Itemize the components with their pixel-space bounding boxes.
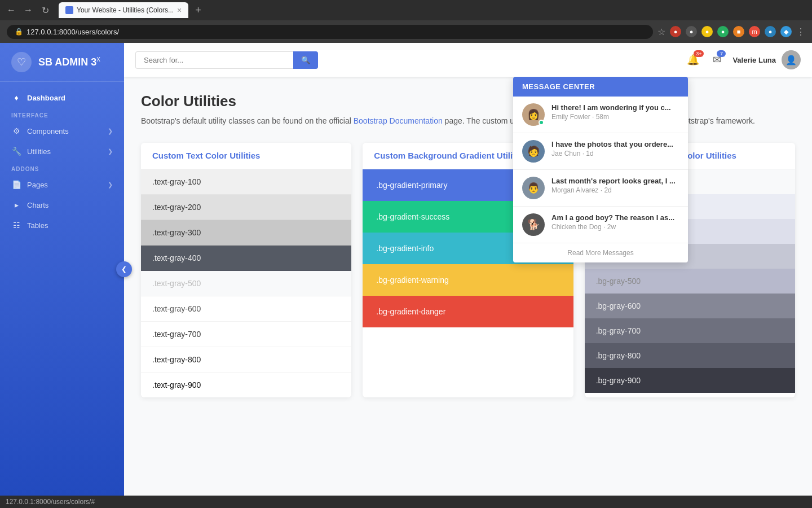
message-content: I have the photos that you ordere...Jae … <box>551 140 679 157</box>
forward-button[interactable]: → <box>21 5 35 15</box>
browser-tab-active[interactable]: Your Website - Utilities (Colors... × <box>59 2 188 18</box>
message-item[interactable]: 👩Hi there! I am wondering if you c...Emi… <box>513 97 688 133</box>
text-swatch-item: .text-gray-100 <box>141 169 351 195</box>
search-form: 🔍 <box>135 51 327 69</box>
read-more-messages-button[interactable]: Read More Messages <box>513 243 688 262</box>
interface-section-label: INTERFACE <box>0 108 124 121</box>
back-button[interactable]: ← <box>5 5 18 15</box>
topnav-right: 🔔 3+ ✉ 7 Valerie Luna 👤 <box>685 50 801 69</box>
lock-icon: 🔒 <box>15 28 23 36</box>
online-indicator <box>539 120 544 125</box>
card-text-colors-header: Custom Text Color Utilities <box>141 143 351 169</box>
message-avatar: 🧑 <box>522 140 545 163</box>
tables-icon: ☷ <box>11 221 21 230</box>
ext-icon-3[interactable]: ● <box>701 26 713 37</box>
dashboard-icon: ♦ <box>11 93 21 102</box>
messages-button[interactable]: ✉ 7 <box>710 51 723 68</box>
status-bar-text: 127.0.0.1:8000/users/colors/# <box>6 498 95 506</box>
ext-icon-7[interactable]: ● <box>765 26 776 37</box>
card-text-colors: Custom Text Color Utilities .text-gray-1… <box>141 143 351 397</box>
message-center-header: MESSAGE CENTER <box>513 77 688 97</box>
bg-gradient-swatch-item: .bg-gradient-danger <box>363 296 573 327</box>
brand-name: SB ADMIN 3X <box>38 56 100 68</box>
sidebar-item-tables[interactable]: ☷ Tables <box>0 215 124 235</box>
page-content: Color Utilities Bootstrap's default util… <box>124 77 812 496</box>
menu-icon[interactable]: ⋮ <box>796 27 805 37</box>
message-item[interactable]: 🐕Am I a good boy? The reason I as...Chic… <box>513 207 688 243</box>
sidebar-item-utilities[interactable]: 🔧 Utilities ❯ <box>0 141 124 161</box>
user-avatar: 👤 <box>782 50 801 69</box>
bootstrap-doc-link[interactable]: Bootstrap Documentation <box>354 116 443 125</box>
alerts-badge: 3+ <box>694 50 704 57</box>
main-area: 🔍 🔔 3+ ✉ 7 Valerie Luna 👤 Color Utilitie <box>124 43 812 496</box>
sidebar-item-dashboard[interactable]: ♦ Dashboard <box>0 87 124 108</box>
pages-icon: 📄 <box>11 180 21 189</box>
gray-swatch-item: .bg-gray-700 <box>585 318 795 343</box>
message-item[interactable]: 🧑I have the photos that you ordere...Jae… <box>513 133 688 170</box>
message-content: Hi there! I am wondering if you c...Emil… <box>551 103 679 121</box>
sidebar-item-charts[interactable]: ▸ Charts <box>0 195 124 215</box>
user-name: Valerie Luna <box>732 56 776 64</box>
message-meta: Chicken the Dog · 2w <box>551 223 679 231</box>
gray-swatch-item: .bg-gray-900 <box>585 368 795 393</box>
components-icon: ⚙ <box>11 126 21 135</box>
charts-icon: ▸ <box>11 200 21 209</box>
message-avatar: 🐕 <box>522 213 545 236</box>
message-content: Am I a good boy? The reason I as...Chick… <box>551 213 679 231</box>
message-text: Last month's report looks great, I ... <box>551 177 679 185</box>
page-title: Color Utilities <box>141 93 795 110</box>
message-avatar: 👨 <box>522 177 545 199</box>
search-input[interactable] <box>135 51 293 69</box>
ext-icon-2[interactable]: ● <box>686 26 697 37</box>
text-swatch-item: .text-gray-500 <box>141 271 351 296</box>
ext-icon-4[interactable]: ● <box>717 26 729 37</box>
text-swatch-item: .text-gray-900 <box>141 373 351 397</box>
new-tab-button[interactable]: + <box>195 5 201 16</box>
browser-nav-controls: ← → ↻ <box>5 5 52 16</box>
chevron-right-icon: ❯ <box>108 128 113 135</box>
browser-actions: ☆ ● ● ● ● ■ m ● ◆ ⋮ <box>657 26 805 37</box>
message-meta: Morgan Alvarez · 2d <box>551 186 679 194</box>
star-icon[interactable]: ☆ <box>657 27 665 37</box>
search-button[interactable]: 🔍 <box>293 51 318 69</box>
text-swatch-item: .text-gray-700 <box>141 322 351 347</box>
message-item[interactable]: 👨Last month's report looks great, I ...M… <box>513 170 688 207</box>
sidebar: ♡ SB ADMIN 3X ♦ Dashboard INTERFACE ⚙ Co… <box>0 43 124 496</box>
reload-button[interactable]: ↻ <box>38 5 52 16</box>
ext-icon-8[interactable]: ◆ <box>780 26 792 37</box>
card-text-colors-body: .text-gray-100.text-gray-200.text-gray-3… <box>141 169 351 397</box>
url-text: 127.0.0.1:8000/users/colors/ <box>27 28 119 36</box>
gray-swatch-item: .bg-gray-600 <box>585 294 795 318</box>
utilities-icon: 🔧 <box>11 147 21 156</box>
address-bar[interactable]: 🔒 127.0.0.1:8000/users/colors/ <box>7 25 653 39</box>
sidebar-nav: ♦ Dashboard INTERFACE ⚙ Components ❯ 🔧 U… <box>0 82 124 496</box>
address-bar-row: 🔒 127.0.0.1:8000/users/colors/ ☆ ● ● ● ●… <box>0 20 812 43</box>
sidebar-item-pages[interactable]: 📄 Pages ❯ <box>0 174 124 195</box>
message-content: Last month's report looks great, I ...Mo… <box>551 177 679 194</box>
ext-icon-5[interactable]: ■ <box>733 26 744 37</box>
addons-section-label: ADDONS <box>0 161 124 174</box>
cards-row: Custom Text Color Utilities .text-gray-1… <box>141 143 795 397</box>
status-bar: 127.0.0.1:8000/users/colors/# <box>0 496 812 508</box>
gray-swatch-item: .bg-gray-500 <box>585 269 795 294</box>
message-meta: Jae Chun · 1d <box>551 150 679 157</box>
user-info[interactable]: Valerie Luna 👤 <box>732 50 801 69</box>
text-swatch-item: .text-gray-600 <box>141 296 351 322</box>
text-swatch-item: .text-gray-800 <box>141 347 351 373</box>
sidebar-item-components[interactable]: ⚙ Components ❯ <box>0 121 124 141</box>
sidebar-brand[interactable]: ♡ SB ADMIN 3X <box>0 43 124 82</box>
alerts-button[interactable]: 🔔 3+ <box>685 51 701 68</box>
sidebar-toggle-button[interactable]: ❮ <box>116 261 132 277</box>
text-swatch-item: .text-gray-300 <box>141 220 351 246</box>
tab-title: Your Website - Utilities (Colors... <box>77 6 174 14</box>
ext-icon-6[interactable]: m <box>749 26 760 37</box>
message-text: I have the photos that you ordere... <box>551 140 679 148</box>
text-swatch-item: .text-gray-400 <box>141 246 351 271</box>
gray-swatch-item: .bg-gray-800 <box>585 343 795 368</box>
message-text: Am I a good boy? The reason I as... <box>551 213 679 222</box>
text-swatch-item: .text-gray-200 <box>141 195 351 220</box>
ext-icon-1[interactable]: ● <box>670 26 681 37</box>
message-text: Hi there! I am wondering if you c... <box>551 103 679 112</box>
tab-close-button[interactable]: × <box>177 6 182 15</box>
chevron-right-pages-icon: ❯ <box>108 181 113 189</box>
